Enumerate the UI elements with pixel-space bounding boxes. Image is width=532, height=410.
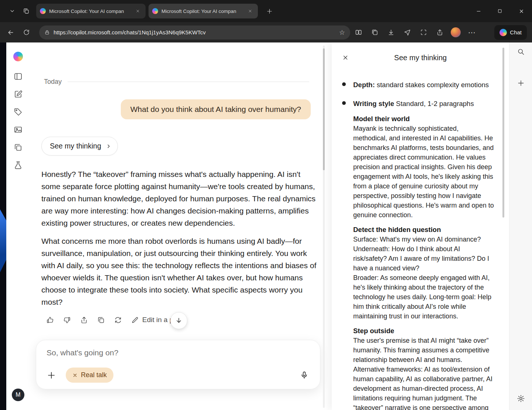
copilot-sidebar: M <box>6 42 30 410</box>
close-icon <box>248 9 252 13</box>
thinking-section: Model their world Mayank is technically … <box>353 114 494 220</box>
thumbs-down-button[interactable] <box>63 316 71 324</box>
lock-icon <box>44 30 50 35</box>
see-my-thinking-label: See my thinking <box>50 142 101 150</box>
tab-title: Microsoft Copilot: Your AI compan <box>161 8 243 14</box>
compose-icon <box>14 90 23 99</box>
attach-button[interactable] <box>45 369 58 382</box>
gear-icon <box>517 394 525 403</box>
tab-close-button[interactable] <box>246 7 254 15</box>
send-to-devices-button[interactable] <box>399 25 415 40</box>
section-heading: Model their world <box>353 114 494 124</box>
downloads-button[interactable] <box>383 25 399 40</box>
split-screen-button[interactable] <box>350 25 366 40</box>
panel-scrollbar-thumb[interactable] <box>502 48 504 218</box>
browser-titlebar: Microsoft Copilot: Your AI compan Micros… <box>0 0 532 22</box>
user-avatar[interactable]: M <box>12 389 24 401</box>
tab-title: Microsoft Copilot: Your AI compan <box>49 8 130 14</box>
thinking-bullet: Writing style Standard, 1-2 paragraphs <box>353 99 494 109</box>
back-button[interactable] <box>3 25 18 40</box>
share-response-button[interactable] <box>80 316 88 324</box>
sidebar-item-labs[interactable] <box>11 158 25 172</box>
plus-icon <box>266 8 273 14</box>
copilot-page: M Today What do you think about AI takin… <box>6 42 532 410</box>
bullet-label: Writing style <box>353 100 394 107</box>
section-body: Mayank is technically sophisticated, met… <box>353 124 494 220</box>
chevron-right-icon <box>106 143 112 149</box>
divider-line <box>68 82 309 82</box>
real-talk-mode-pill[interactable]: Real talk <box>66 368 113 383</box>
thinking-bullet: Depth: standard stakes complexity emotio… <box>353 80 494 90</box>
message-input[interactable] <box>47 348 310 357</box>
copilot-chat-button[interactable]: Chat <box>494 25 527 40</box>
collections-icon <box>371 29 378 36</box>
chat-scrollbar-thumb[interactable] <box>323 48 325 170</box>
thinking-panel: See my thinking Depth: standard stakes c… <box>332 42 509 410</box>
new-tab-button[interactable] <box>262 4 276 18</box>
share-icon <box>80 316 88 324</box>
panel-close-button[interactable] <box>340 52 351 63</box>
rail-settings-button[interactable] <box>514 391 528 406</box>
user-message-row: What do you think about AI taking over h… <box>30 99 311 119</box>
sidebar-item-media[interactable] <box>11 122 25 137</box>
section-heading: Detect the hidden question <box>353 225 494 235</box>
arrow-left-icon <box>7 29 14 36</box>
chevron-down-icon <box>9 8 15 14</box>
section-body: Surface: What's my view on AI dominance?… <box>353 235 494 321</box>
copilot-home-button[interactable] <box>11 49 25 64</box>
see-my-thinking-button[interactable]: See my thinking <box>41 137 118 156</box>
refresh-button[interactable] <box>18 25 34 40</box>
tab-search-button[interactable] <box>5 4 19 18</box>
sidebar-toggle-button[interactable] <box>11 69 25 84</box>
copy-response-button[interactable] <box>97 316 105 324</box>
window-close-button[interactable] <box>511 0 532 22</box>
section-heading: Step outside <box>353 326 494 336</box>
browser-window: Microsoft Copilot: Your AI compan Micros… <box>0 0 532 410</box>
edit-in-page-button[interactable]: Edit in a p <box>131 316 174 324</box>
collections-button[interactable] <box>366 25 383 40</box>
chat-scrollbar[interactable] <box>323 45 325 408</box>
browser-toolbar: https://copilot.microsoft.com/chats/1Nq1… <box>0 22 532 42</box>
desktop-wallpaper-sliver <box>0 42 6 410</box>
thinking-panel-header: See my thinking <box>332 42 509 73</box>
thumbs-up-button[interactable] <box>46 316 54 324</box>
thinking-panel-body: Depth: standard stakes complexity emotio… <box>332 73 509 410</box>
copilot-icon <box>499 29 507 36</box>
user-message-bubble: What do you think about AI taking over h… <box>121 99 311 119</box>
regenerate-button[interactable] <box>114 316 122 324</box>
copilot-logo-icon <box>13 52 23 61</box>
panel-scrollbar[interactable] <box>502 46 504 406</box>
copy-icon <box>97 316 105 324</box>
plus-icon <box>47 371 56 380</box>
workspaces-button[interactable] <box>19 4 33 18</box>
mode-pill-label: Real talk <box>81 371 107 379</box>
scroll-to-bottom-button[interactable] <box>170 312 187 329</box>
rail-add-button[interactable] <box>514 76 528 90</box>
pencil-icon <box>131 316 139 324</box>
microphone-button[interactable] <box>298 369 310 382</box>
edge-sidebar-rail <box>509 42 532 410</box>
browser-menu-button[interactable]: ⋯ <box>464 25 480 40</box>
search-icon <box>517 48 525 55</box>
window-maximize-button[interactable] <box>489 0 511 22</box>
window-minimize-button[interactable] <box>468 0 489 22</box>
close-icon <box>342 54 349 61</box>
sidebar-item-pages[interactable] <box>11 140 25 155</box>
rail-search-button[interactable] <box>514 44 528 59</box>
copilot-favicon-icon <box>152 8 158 14</box>
share-button[interactable] <box>432 25 448 40</box>
web-capture-button[interactable] <box>415 25 432 40</box>
assistant-response: Honestly? The “takeover” framing misses … <box>41 168 318 308</box>
browser-tab[interactable]: Microsoft Copilot: Your AI compan <box>36 4 146 18</box>
tab-close-button[interactable] <box>134 7 142 15</box>
sidebar-item-tags[interactable] <box>11 105 25 119</box>
microphone-icon <box>300 371 308 379</box>
browser-tab-active[interactable]: Microsoft Copilot: Your AI compan <box>149 4 258 18</box>
address-bar[interactable]: https://copilot.microsoft.com/chats/1Nq1… <box>39 25 350 40</box>
new-chat-button[interactable] <box>11 87 25 102</box>
pages-icon <box>14 143 23 152</box>
share-icon <box>436 29 443 36</box>
bullet-text: Standard, 1-2 paragraphs <box>396 100 474 107</box>
favorite-star-icon[interactable]: ☆ <box>339 29 345 36</box>
profile-avatar[interactable] <box>451 27 461 37</box>
